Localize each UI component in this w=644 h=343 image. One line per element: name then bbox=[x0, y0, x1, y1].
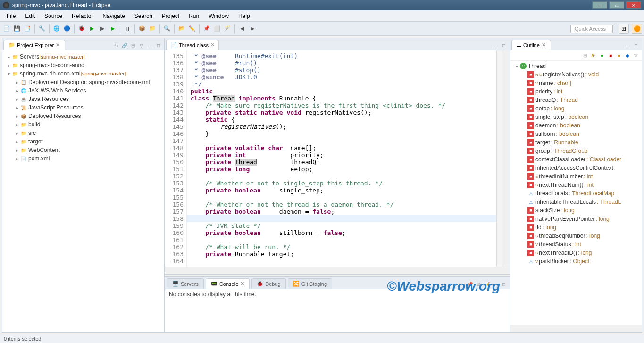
close-button[interactable]: ✕ bbox=[626, 1, 641, 9]
new-icon[interactable]: 📄 bbox=[2, 24, 11, 33]
tree-item[interactable]: ▸📁src bbox=[3, 129, 163, 137]
outline-root[interactable]: ▾CThread bbox=[511, 62, 641, 70]
bottom-tab-servers[interactable]: 🖥️Servers bbox=[167, 278, 204, 289]
minimize-editor-icon[interactable]: — bbox=[492, 42, 499, 49]
maximize-editor-icon[interactable]: □ bbox=[500, 42, 508, 49]
menu-window[interactable]: Window bbox=[204, 11, 234, 21]
maximize-outline-icon[interactable]: □ bbox=[632, 42, 640, 49]
twisty-icon[interactable]: ▸ bbox=[14, 105, 20, 110]
project-explorer-tab[interactable]: 📁 Project Explorer ✕ bbox=[3, 40, 65, 50]
quick-access-input[interactable]: Quick Access bbox=[570, 25, 613, 33]
tree-item[interactable]: ▸📄pom.xml bbox=[3, 154, 163, 163]
save-icon[interactable]: 💾 bbox=[12, 24, 22, 33]
java-ee-perspective-icon[interactable]: 🟠 bbox=[632, 24, 642, 34]
run-icon[interactable]: ▶ bbox=[87, 24, 97, 33]
outline-member[interactable]: ■tid : long bbox=[526, 223, 641, 232]
tree-item[interactable]: ▸🌐JAX-WS Web Services bbox=[3, 86, 163, 95]
outline-member[interactable]: ■SthreadInitNumber : int bbox=[526, 172, 641, 181]
minimize-button[interactable]: — bbox=[592, 1, 607, 9]
outline-member[interactable]: △inheritableThreadLocals : ThreadL bbox=[526, 198, 641, 206]
bottom-tab-console[interactable]: 📟Console✕ bbox=[206, 278, 250, 289]
tree-item[interactable]: ▸☕Java Resources bbox=[3, 95, 163, 103]
tree-item[interactable]: ▾📁spring-mvc-db-conn-xml [spring-mvc mas… bbox=[3, 69, 163, 78]
outline-menu-icon[interactable]: ▽ bbox=[632, 51, 640, 59]
menu-run[interactable]: Run bbox=[184, 11, 204, 21]
twisty-icon[interactable]: ▸ bbox=[14, 80, 20, 85]
hide-local-icon[interactable]: ◆ bbox=[624, 51, 631, 59]
menu-file[interactable]: File bbox=[2, 11, 20, 21]
twisty-icon[interactable]: ▸ bbox=[14, 97, 20, 102]
menu-navigate[interactable]: Navigate bbox=[98, 11, 129, 21]
bottom-tab-debug[interactable]: 🐞Debug bbox=[251, 278, 285, 289]
menu-source[interactable]: Source bbox=[40, 11, 67, 21]
outline-member[interactable]: ■eetop : long bbox=[526, 104, 641, 113]
outline-member[interactable]: ■Vname : char[] bbox=[526, 79, 641, 87]
search-icon[interactable]: 🔍 bbox=[162, 24, 172, 33]
run-server-icon[interactable]: 🌐 bbox=[52, 24, 61, 33]
outline-member[interactable]: ■SnextThreadID() : long bbox=[526, 249, 641, 257]
wand-icon[interactable]: 🪄 bbox=[223, 24, 232, 33]
open-perspective-icon[interactable]: ⊞ bbox=[619, 24, 629, 34]
skip-breakpoints-icon[interactable]: ⏸ bbox=[123, 24, 132, 33]
maximize-bottom-icon[interactable]: □ bbox=[500, 280, 508, 288]
outline-member[interactable]: ■single_step : boolean bbox=[526, 113, 641, 121]
close-icon[interactable]: ✕ bbox=[56, 42, 60, 48]
twisty-icon[interactable]: ▸ bbox=[14, 156, 20, 161]
hide-fields-icon[interactable]: ● bbox=[598, 51, 606, 59]
twisty-icon[interactable]: ▸ bbox=[14, 139, 20, 144]
code-area[interactable]: * @see Runtime#exit(int) * @see #run() *… bbox=[187, 50, 496, 267]
bottom-tab-git-staging[interactable]: 🔀Git Staging bbox=[288, 278, 332, 289]
close-icon[interactable]: ✕ bbox=[240, 281, 244, 287]
maximize-button[interactable]: ▭ bbox=[609, 1, 624, 9]
console-display-icon[interactable]: ⊟ bbox=[475, 280, 482, 288]
open-task-icon[interactable]: ✏️ bbox=[187, 24, 197, 33]
collapse-all-icon[interactable]: ⇆ bbox=[112, 42, 120, 49]
new-server-icon[interactable]: 🔵 bbox=[62, 24, 72, 33]
twisty-icon[interactable]: ▸ bbox=[14, 148, 20, 153]
tree-item[interactable]: ▸📁build bbox=[3, 120, 163, 129]
focus-outline-icon[interactable]: ⊟ bbox=[581, 51, 589, 59]
hide-nonpublic-icon[interactable]: ● bbox=[615, 51, 623, 59]
outline-member[interactable]: △threadLocals : ThreadLocalMap bbox=[526, 189, 641, 198]
new-package-icon[interactable]: 📁 bbox=[148, 24, 157, 33]
tree-item[interactable]: ▸📜JavaScript Resources bbox=[3, 103, 163, 112]
outline-member[interactable]: ■contextClassLoader : ClassLoader bbox=[526, 155, 641, 164]
outline-member[interactable]: ■target : Runnable bbox=[526, 138, 641, 147]
view-menu-icon[interactable]: ▽ bbox=[138, 42, 145, 49]
outline-tab[interactable]: ☰ Outline ✕ bbox=[511, 40, 551, 50]
coverage-icon[interactable]: ▶ bbox=[98, 24, 107, 33]
outline-member[interactable]: ■priority : int bbox=[526, 87, 641, 96]
project-tree[interactable]: ▸📁Servers [spring-mvc master]▸📁spring-mv… bbox=[2, 50, 164, 332]
save-all-icon[interactable]: 📑 bbox=[23, 24, 32, 33]
twisty-icon[interactable]: ▸ bbox=[5, 63, 12, 68]
menu-help[interactable]: Help bbox=[234, 11, 255, 21]
minimize-bottom-icon[interactable]: — bbox=[492, 280, 499, 288]
debug-icon[interactable]: 🐞 bbox=[77, 24, 86, 33]
outline-member[interactable]: ■stillborn : boolean bbox=[526, 130, 641, 138]
tree-item[interactable]: ▸📁target bbox=[3, 137, 163, 146]
tree-item[interactable]: ▸📁spring-mvc-db-conn-anno bbox=[3, 61, 163, 69]
twisty-icon[interactable]: ▾ bbox=[513, 64, 520, 69]
layout-icon[interactable]: ⬜ bbox=[212, 24, 222, 33]
maximize-view-icon[interactable]: □ bbox=[155, 42, 162, 49]
minimize-outline-icon[interactable]: — bbox=[624, 42, 631, 49]
twisty-icon[interactable]: ▸ bbox=[14, 122, 20, 127]
sort-icon[interactable]: aᶻ bbox=[590, 51, 597, 59]
outline-member[interactable]: ■group : ThreadGroup bbox=[526, 147, 641, 155]
menu-project[interactable]: Project bbox=[157, 11, 184, 21]
close-icon[interactable]: ✕ bbox=[210, 42, 215, 48]
outline-member[interactable]: ■nativeParkEventPointer : long bbox=[526, 215, 641, 223]
twisty-icon[interactable]: ▸ bbox=[14, 114, 20, 119]
tree-item[interactable]: ▸📁Servers [spring-mvc master] bbox=[3, 52, 163, 61]
twisty-icon[interactable]: ▾ bbox=[5, 71, 12, 76]
open-type-icon[interactable]: 📂 bbox=[177, 24, 186, 33]
link-editor-icon[interactable]: 🔗 bbox=[121, 42, 128, 49]
outline-tree[interactable]: ▾CThread■N SregisterNatives() : void■Vna… bbox=[510, 61, 642, 325]
console-pin-icon[interactable]: 📌 bbox=[466, 280, 474, 288]
outline-member[interactable]: △VparkBlocker : Object bbox=[526, 257, 641, 266]
minimize-view-icon[interactable]: — bbox=[146, 42, 154, 49]
back-icon[interactable]: ◀ bbox=[237, 24, 247, 33]
editor-tab-thread[interactable]: 📄 Thread.class ✕ bbox=[166, 40, 219, 50]
horizontal-scrollbar[interactable] bbox=[165, 267, 510, 274]
tree-item[interactable]: ▸📋Deployment Descriptor: spring-mvc-db-c… bbox=[3, 78, 163, 86]
